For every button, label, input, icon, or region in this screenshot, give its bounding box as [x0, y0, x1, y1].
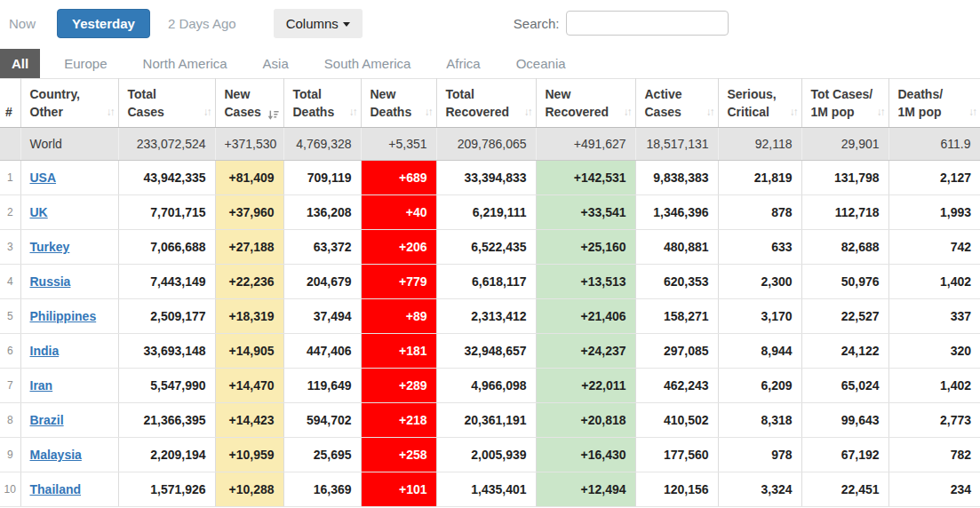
country-link[interactable]: Iran: [30, 378, 53, 393]
cell-new-deaths: +5,351: [361, 127, 436, 160]
search-input[interactable]: [566, 11, 729, 36]
header-label: New: [225, 85, 276, 103]
two-days-ago-button[interactable]: 2 Days Ago: [168, 16, 236, 31]
cell-total-deaths: 136,208: [283, 194, 361, 229]
cell-rank: 7: [0, 368, 20, 402]
cell-deaths-1m: 337: [888, 298, 980, 333]
header-total-cases[interactable]: TotalCases↓↑: [118, 79, 215, 128]
header-label: Deaths: [293, 103, 354, 121]
cell-new-recovered: +491,627: [536, 127, 635, 160]
now-button[interactable]: Now: [9, 16, 36, 31]
cell-new-deaths: +89: [361, 298, 436, 333]
header-label: Cases: [128, 103, 208, 121]
country-link[interactable]: Philippines: [30, 309, 97, 323]
cell-new-deaths: +206: [361, 229, 436, 264]
cell-new-cases: +10,288: [215, 472, 283, 506]
header-total-recovered[interactable]: TotalRecovered↓↑: [436, 79, 536, 128]
header-label: New: [370, 85, 429, 103]
tab-europe[interactable]: Europe: [52, 49, 118, 78]
columns-dropdown-button[interactable]: Columns: [274, 9, 363, 38]
cell-total-cases: 233,072,524: [118, 127, 215, 160]
cell-deaths-1m: 2,127: [888, 160, 980, 194]
sort-unsorted-icon: ↓↑: [706, 105, 713, 120]
country-link[interactable]: Malaysia: [30, 448, 82, 462]
country-link[interactable]: Russia: [30, 274, 71, 289]
cell-total-deaths: 119,649: [283, 368, 361, 402]
cell-tot-cases-1m: 24,122: [801, 333, 888, 368]
table-row: 3Turkey7,066,688+27,18863,372+2066,522,4…: [0, 229, 980, 264]
cell-total-deaths: 709,119: [283, 160, 361, 194]
cell-new-cases: +27,188: [215, 229, 283, 264]
table-row: 1USA43,942,335+81,409709,119+68933,394,8…: [0, 160, 980, 194]
cell-rank: 4: [0, 264, 20, 298]
cell-tot-cases-1m: 82,688: [801, 229, 888, 264]
cell-active-cases: 410,502: [635, 402, 718, 437]
cell-tot-cases-1m: 22,451: [801, 472, 888, 506]
cell-total-cases: 33,693,148: [118, 333, 215, 368]
tab-north-america[interactable]: North America: [131, 49, 239, 78]
cell-deaths-1m: 2,773: [888, 402, 980, 437]
tab-africa[interactable]: Africa: [434, 49, 491, 78]
cell-new-deaths: +40: [361, 194, 436, 229]
sort-unsorted-icon: ↓↑: [968, 105, 976, 120]
cell-country: Iran: [20, 368, 118, 402]
header-tot-cases-1m[interactable]: Tot Cases/1M pop↓↑: [801, 79, 888, 128]
header-label: Country,: [30, 85, 111, 103]
tab-all[interactable]: All: [0, 49, 40, 78]
cell-tot-cases-1m: 65,024: [801, 368, 888, 402]
sort-desc-icon: [267, 109, 279, 121]
cell-serious-critical: 6,209: [718, 368, 801, 402]
cell-total-cases: 7,701,715: [118, 194, 215, 229]
header-new-cases[interactable]: NewCases: [215, 79, 283, 128]
cell-rank: [0, 127, 20, 160]
cell-serious-critical: 3,324: [718, 472, 801, 506]
cell-serious-critical: 3,170: [718, 298, 801, 333]
header-new-deaths[interactable]: NewDeaths↓↑: [361, 79, 436, 128]
country-link[interactable]: Thailand: [30, 482, 82, 496]
cell-rank: 5: [0, 298, 20, 333]
country-link[interactable]: Brazil: [30, 413, 64, 427]
header-label: Total: [446, 85, 529, 103]
cell-total-cases: 43,942,335: [118, 160, 215, 194]
cell-total-recovered: 6,219,111: [436, 194, 536, 229]
cell-active-cases: 158,271: [635, 298, 718, 333]
tab-south-america[interactable]: South America: [313, 49, 423, 78]
table-row: 4Russia7,443,149+22,236204,679+7796,618,…: [0, 264, 980, 298]
cell-rank: 6: [0, 333, 20, 368]
header-total-deaths[interactable]: TotalDeaths↓↑: [283, 79, 361, 128]
header-new-recovered[interactable]: NewRecovered↓↑: [536, 79, 635, 128]
header-country[interactable]: Country,Other↓↑: [20, 79, 118, 128]
table-body: World233,072,524+371,5304,769,328+5,3512…: [0, 127, 980, 506]
cell-active-cases: 120,156: [635, 472, 718, 506]
cell-deaths-1m: 234: [888, 472, 980, 506]
cell-new-recovered: +25,160: [536, 229, 635, 264]
cell-total-recovered: 20,361,191: [436, 402, 536, 437]
cell-serious-critical: 92,118: [718, 127, 801, 160]
header-label: Serious,: [728, 85, 794, 103]
header-label: Deaths/: [898, 85, 974, 103]
tab-oceania[interactable]: Oceania: [505, 49, 578, 78]
cell-rank: 9: [0, 437, 20, 472]
cell-new-recovered: +21,406: [536, 298, 635, 333]
header-label: Cases: [645, 103, 711, 121]
cell-serious-critical: 978: [718, 437, 801, 472]
cell-new-deaths: +779: [361, 264, 436, 298]
cell-total-deaths: 25,695: [283, 437, 361, 472]
cell-new-deaths: +289: [361, 368, 436, 402]
tab-asia[interactable]: Asia: [251, 49, 300, 78]
cell-total-cases: 21,366,395: [118, 402, 215, 437]
cell-new-recovered: +142,531: [536, 160, 635, 194]
cell-deaths-1m: 1,402: [888, 264, 980, 298]
country-link[interactable]: Turkey: [30, 240, 70, 254]
country-link[interactable]: USA: [30, 171, 57, 185]
header-rank: #: [0, 79, 20, 128]
country-link[interactable]: UK: [30, 205, 48, 219]
cell-total-cases: 7,066,688: [118, 229, 215, 264]
yesterday-button[interactable]: Yesterday: [57, 9, 150, 38]
header-active-cases[interactable]: ActiveCases↓↑: [635, 79, 718, 128]
cell-total-cases: 5,547,990: [118, 368, 215, 402]
country-link[interactable]: India: [30, 344, 60, 358]
cell-new-recovered: +12,494: [536, 472, 635, 506]
header-serious-critical[interactable]: Serious,Critical↓↑: [718, 79, 801, 128]
header-deaths-1m[interactable]: Deaths/1M pop↓↑: [888, 79, 980, 128]
